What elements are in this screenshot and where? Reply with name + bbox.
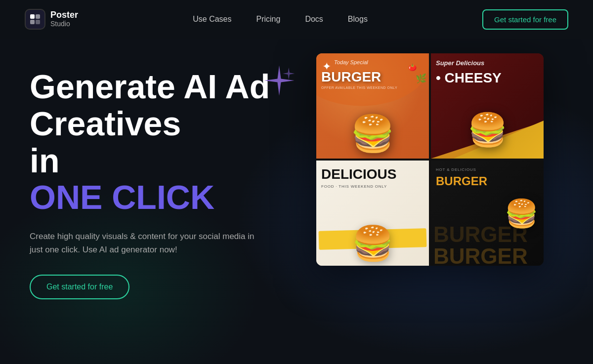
burger-emoji-1: 🍔 bbox=[350, 113, 395, 155]
burger-emoji-3: 🍔 bbox=[352, 224, 394, 263]
grid-cell-1: ✦ Today Special BURGER OFFER AVAILABLE T… bbox=[316, 53, 429, 159]
tomato-decor: 🍅 bbox=[408, 63, 417, 71]
grid-cell-2: Super Delicious • CHEESY 🍔 bbox=[431, 53, 544, 159]
leaf-decor-1: 🌿 bbox=[416, 73, 426, 84]
cell3-title: DELICIOUS bbox=[321, 166, 396, 182]
cell4-title: BURGER bbox=[436, 174, 487, 188]
hero-cta-button[interactable]: Get started for free bbox=[30, 275, 129, 299]
cell2-title: • CHEESY bbox=[436, 70, 502, 86]
nav-docs[interactable]: Docs bbox=[305, 15, 323, 23]
cell2-badge: Super Delicious bbox=[436, 59, 484, 67]
cell4-bg-text-1: BURGER bbox=[433, 244, 528, 266]
nav-links: Use Cases Pricing Docs Blogs bbox=[193, 15, 368, 24]
nav-blogs[interactable]: Blogs bbox=[348, 15, 368, 23]
cell1-badge: Today Special bbox=[334, 59, 368, 65]
logo[interactable]: Poster Studio bbox=[25, 9, 78, 30]
cell3-sub: FOOD · THIS WEEKEND ONLY bbox=[321, 184, 387, 189]
burger-emoji-4: 🍔 bbox=[505, 197, 539, 229]
cell1-title: BURGER bbox=[321, 69, 381, 85]
cell1-subtitle: OFFER AVAILABLE THIS WEEKEND ONLY bbox=[321, 86, 397, 89]
navbar: Poster Studio Use Cases Pricing Docs Blo… bbox=[0, 0, 593, 39]
svg-rect-2 bbox=[30, 20, 35, 24]
logo-icon bbox=[25, 9, 45, 30]
svg-rect-3 bbox=[36, 20, 40, 24]
nav-pricing[interactable]: Pricing bbox=[256, 15, 281, 23]
burger-emoji-2: 🍔 bbox=[467, 111, 508, 149]
hero-image-grid: ✦ Today Special BURGER OFFER AVAILABLE T… bbox=[316, 53, 568, 266]
brand-name: Poster Studio bbox=[50, 10, 78, 28]
grid-cell-3: DELICIOUS FOOD · THIS WEEKEND ONLY 🍔 bbox=[316, 161, 429, 266]
hero-subtitle: Create high quality visuals & content fo… bbox=[30, 230, 257, 256]
svg-rect-0 bbox=[30, 14, 35, 19]
hero-section: Generate AI Ad Creatives in ONE CLICK Cr… bbox=[0, 39, 593, 364]
nav-use-cases[interactable]: Use Cases bbox=[193, 15, 231, 23]
cell4-small: HOT & DELICIOUS bbox=[436, 167, 476, 172]
grid-cell-4: HOT & DELICIOUS BURGER BURGER BURGER 🍔 bbox=[431, 161, 544, 266]
sparkle-decoration bbox=[262, 63, 296, 100]
ad-creative-grid: ✦ Today Special BURGER OFFER AVAILABLE T… bbox=[316, 53, 544, 266]
nav-cta-button[interactable]: Get started for free bbox=[482, 9, 568, 30]
svg-rect-1 bbox=[36, 14, 40, 19]
